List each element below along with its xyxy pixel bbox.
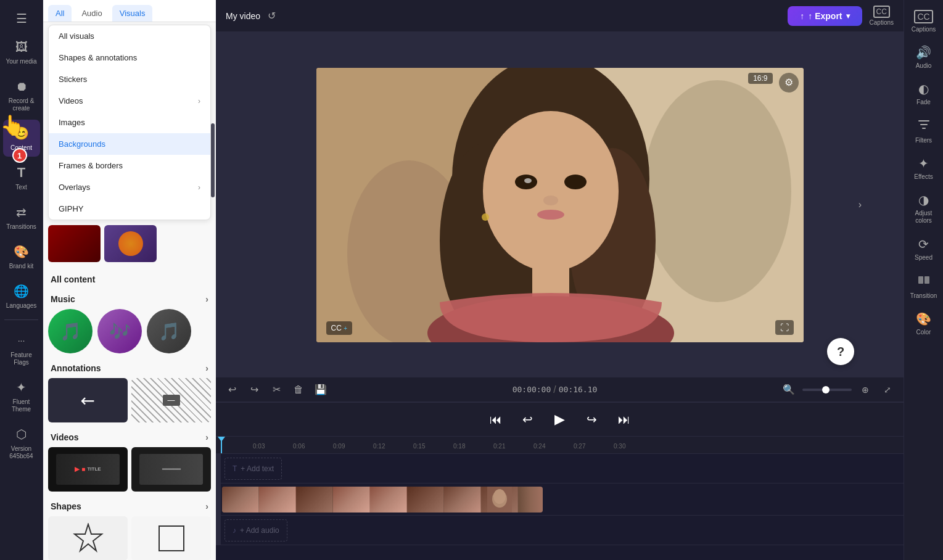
dropdown-item-overlays[interactable]: Overlays ›	[49, 176, 210, 198]
fit-view-button[interactable]: ⤢	[879, 381, 896, 398]
annotations-section-header[interactable]: Annotations ›	[48, 358, 211, 378]
right-item-audio[interactable]: 🔊 Audio	[907, 40, 941, 74]
music-section-header[interactable]: Music ›	[48, 289, 211, 309]
feature-icon: ···	[13, 332, 30, 349]
brand-icon: 🎨	[13, 243, 30, 260]
dropdown-item-videos[interactable]: Videos ›	[49, 90, 210, 112]
dropdown-item-stickers[interactable]: Stickers	[49, 68, 210, 90]
dropdown-item-shapes[interactable]: Shapes & annotations	[49, 47, 210, 68]
fullscreen-button[interactable]: ⛶	[775, 320, 794, 335]
annotation-thumb-1[interactable]: ↙	[48, 378, 128, 422]
preview-expand-handle[interactable]: ›	[859, 199, 862, 210]
video-thumb-2[interactable]: ━━━━━	[131, 447, 211, 492]
tab-audio[interactable]: Audio	[74, 5, 109, 22]
left-sidebar: ☰ 🖼 Your media ⏺ Record &create 😊 Conten…	[0, 0, 43, 560]
videos-section-header[interactable]: Videos ›	[48, 427, 211, 447]
cut-button[interactable]: ✂	[268, 381, 285, 398]
portrait-svg	[316, 68, 804, 342]
audio-label-right: Audio	[916, 62, 932, 69]
shapes-arrow[interactable]: ›	[205, 501, 208, 511]
preview-settings-icon[interactable]: ⚙	[779, 73, 799, 93]
skip-end-button[interactable]: ⏭	[613, 408, 635, 430]
captions-icon-right: CC	[914, 10, 933, 23]
delete-button[interactable]: 🗑	[290, 381, 307, 398]
captions-button[interactable]: CC Captions	[870, 6, 894, 26]
filters-label-right: Filters	[915, 137, 932, 144]
right-item-speed[interactable]: ⟳ Speed	[907, 232, 941, 266]
add-text-track[interactable]: T + Add text	[224, 458, 282, 480]
bg-thumb-2[interactable]	[104, 225, 157, 262]
dropdown-item-giphy[interactable]: GIPHY	[49, 198, 210, 220]
shape-thumb-1[interactable]	[48, 516, 128, 560]
svg-point-13	[524, 178, 532, 183]
sidebar-item-languages[interactable]: 🌐 Languages	[3, 278, 40, 315]
dropdown-item-frames[interactable]: Frames & borders	[49, 155, 210, 176]
skip-start-button[interactable]: ⏮	[485, 408, 507, 430]
dropdown-item-images[interactable]: Images	[49, 112, 210, 133]
undo-button[interactable]: ↩	[223, 381, 241, 398]
music-track-1[interactable]: 🎵	[48, 309, 93, 353]
cc-icon: CC	[331, 324, 342, 332]
preview-area: ⚙ 16:9 CC + ⛶ ? ›	[216, 32, 904, 377]
panel-tabs: All Audio Visuals 👆 2	[43, 0, 216, 22]
right-item-fade[interactable]: ◐ Fade	[907, 76, 941, 110]
sidebar-item-transitions[interactable]: ⇄ Transitions	[3, 199, 40, 236]
sidebar-item-fluent[interactable]: ✦ FluentTheme	[3, 374, 40, 418]
dropdown-item-backgrounds[interactable]: Backgrounds 👆 3	[49, 133, 210, 155]
svg-point-10	[483, 111, 619, 271]
ruler-ticks: 0:03 0:06 0:09 0:12 0:15 0:18 0:21 0:24 …	[216, 437, 904, 451]
video-strip[interactable]	[222, 487, 543, 513]
bg-thumb-1[interactable]	[48, 225, 101, 262]
tick-024: 0:24	[533, 443, 545, 450]
videos-arrow-2[interactable]: ›	[205, 432, 208, 442]
right-item-effects[interactable]: ✦ Effects	[907, 151, 941, 185]
sidebar-item-feature[interactable]: ··· FeatureFlags	[3, 327, 40, 371]
help-button[interactable]: ?	[827, 338, 854, 365]
save-button[interactable]: 💾	[312, 381, 329, 398]
title-edit-icon[interactable]: ↺	[268, 10, 276, 22]
zoom-out-button[interactable]: 🔍	[780, 381, 797, 398]
music-arrow[interactable]: ›	[205, 294, 208, 304]
right-item-transition[interactable]: Transition	[907, 268, 941, 304]
zoom-in-button[interactable]: ⊕	[857, 381, 874, 398]
right-item-captions[interactable]: CC Captions	[907, 5, 941, 38]
preview-right-wrapper: ⚙ 16:9 CC + ⛶ ? ›	[216, 32, 904, 377]
playhead-head	[218, 437, 225, 442]
captions-label-right: Captions	[912, 26, 936, 33]
right-item-color[interactable]: 🎨 Color	[907, 307, 941, 340]
music-track-2[interactable]: 🎶	[97, 309, 142, 353]
svg-point-12	[564, 175, 587, 189]
music-track-3[interactable]: 🎵	[147, 309, 191, 353]
color-label-right: Color	[916, 329, 931, 336]
tab-visuals[interactable]: Visuals 👆 2	[112, 5, 153, 22]
play-pause-button[interactable]: ▶	[549, 408, 571, 430]
record-icon: ⏺	[13, 78, 30, 95]
shape-thumb-2[interactable]	[131, 516, 211, 560]
redo-button[interactable]: ↪	[245, 381, 263, 398]
annotations-arrow[interactable]: ›	[205, 363, 208, 373]
shapes-section-header[interactable]: Shapes ›	[48, 496, 211, 516]
sidebar-item-record[interactable]: ⏺ Record &create	[3, 73, 40, 117]
dropdown-item-all-visuals[interactable]: All visuals	[49, 25, 210, 47]
svg-rect-1	[159, 526, 184, 551]
export-button[interactable]: ↑ ↑ Export ▾	[788, 6, 862, 26]
zoom-slider[interactable]	[802, 389, 852, 391]
tab-all[interactable]: All	[48, 5, 72, 22]
panel-scrollbar[interactable]	[211, 123, 215, 197]
right-item-adjust[interactable]: ◑ Adjustcolors	[907, 187, 941, 229]
video-track-gutter	[216, 484, 221, 515]
add-audio-track[interactable]: ♪ + Add audio	[224, 519, 287, 541]
forward-button[interactable]: ↪	[581, 408, 603, 430]
cc-button[interactable]: CC +	[326, 321, 353, 335]
sidebar-item-content[interactable]: 😊 Content 👆 1	[3, 120, 40, 157]
rewind-button[interactable]: ↩	[517, 408, 539, 430]
right-item-filters[interactable]: Filters	[907, 113, 941, 149]
video-thumb-1[interactable]: ▶■TITLE	[48, 447, 128, 492]
playhead-line	[221, 437, 222, 453]
sidebar-item-text[interactable]: T Text	[3, 159, 40, 196]
sidebar-item-media[interactable]: 🖼 Your media	[3, 33, 40, 70]
sidebar-item-version[interactable]: ⬡ Version645bc64	[3, 421, 40, 465]
hamburger-button[interactable]: ☰	[11, 6, 32, 31]
annotation-thumb-2[interactable]: —	[131, 378, 211, 422]
sidebar-item-brand[interactable]: 🎨 Brand kit	[3, 238, 40, 275]
